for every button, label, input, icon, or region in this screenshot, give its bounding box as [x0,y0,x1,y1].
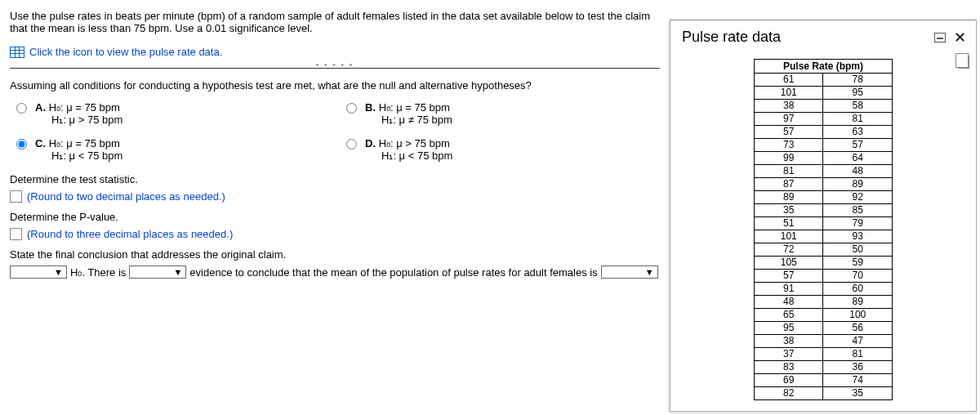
radio-c[interactable] [16,139,27,149]
conclusion-dropdown-1[interactable]: ▼ [10,266,67,279]
conclusion-prompt: State the final conclusion that addresse… [10,248,660,261]
table-row: 10195 [755,87,893,100]
choice-a[interactable]: A. H₀: μ = 75 bpm H₁: μ > 75 bpm [16,101,330,126]
table-row: 7357 [755,139,893,152]
table-row: 8235 [755,387,893,400]
copy-icon[interactable] [958,56,969,69]
p-value-input[interactable] [10,228,22,240]
conclusion-text-2: evidence to conclude that the mean of th… [189,266,597,279]
table-row: 3858 [755,100,893,113]
p-value-prompt: Determine the P-value. [10,211,660,223]
table-row: 9160 [755,283,893,296]
table-row: 9964 [755,152,893,165]
table-row: 6974 [755,374,893,387]
p-value-hint: (Round to three decimal places as needed… [27,228,233,240]
section-divider: • • • • • [10,60,660,69]
table-row: 8992 [755,191,893,204]
minimize-icon[interactable] [934,33,946,42]
table-row: 4889 [755,296,893,309]
choice-d[interactable]: D. H₀: μ > 75 bpm H₁: μ < 75 bpm [346,137,660,162]
table-row: 5770 [755,270,893,283]
modal-title: Pulse rate data [682,29,781,46]
problem-instruction: Use the pulse rates in beats per minute … [10,7,660,42]
table-row: 8148 [755,165,893,178]
choice-b[interactable]: B. H₀: μ = 75 bpm H₁: μ ≠ 75 bpm [346,101,660,126]
table-row: 10193 [755,230,893,243]
test-statistic-input[interactable] [10,190,22,203]
table-row: 6178 [755,74,893,87]
hypothesis-question: Assuming all conditions for conducting a… [10,74,660,101]
pulse-rate-table: Pulse Rate (bpm) 61781019538589781576373… [754,59,893,400]
pulse-rate-modal: Pulse rate data ✕ Pulse Rate (bpm) 61781… [670,20,977,412]
conclusion-text-1: H₀. There is [70,266,126,279]
choice-c[interactable]: C. H₀: μ = 75 bpm H₁: μ < 75 bpm [16,137,330,162]
table-row: 9781 [755,113,893,126]
radio-a[interactable] [16,103,27,114]
conclusion-dropdown-2[interactable]: ▼ [129,266,186,279]
chevron-down-icon: ▼ [54,267,63,277]
chevron-down-icon: ▼ [173,267,182,277]
table-row: 65100 [755,309,893,322]
chevron-down-icon: ▼ [645,267,654,277]
table-row: 3781 [755,348,893,361]
radio-b[interactable] [346,103,357,114]
table-row: 8789 [755,178,893,191]
table-row: 3847 [755,335,893,348]
table-row: 10559 [755,257,893,270]
table-row: 8336 [755,361,893,374]
test-statistic-prompt: Determine the test statistic. [10,173,660,185]
table-row: 7250 [755,243,893,257]
view-data-label: Click the icon to view the pulse rate da… [29,46,222,58]
table-icon [10,47,24,58]
close-icon[interactable]: ✕ [954,32,966,43]
test-statistic-hint: (Round to two decimal places as needed.) [27,190,225,203]
table-row: 3585 [755,204,893,217]
table-row: 5763 [755,126,893,139]
radio-d[interactable] [346,139,357,149]
table-header: Pulse Rate (bpm) [755,60,893,74]
table-row: 9556 [755,322,893,335]
table-row: 5179 [755,217,893,230]
conclusion-dropdown-3[interactable]: ▼ [601,266,658,279]
